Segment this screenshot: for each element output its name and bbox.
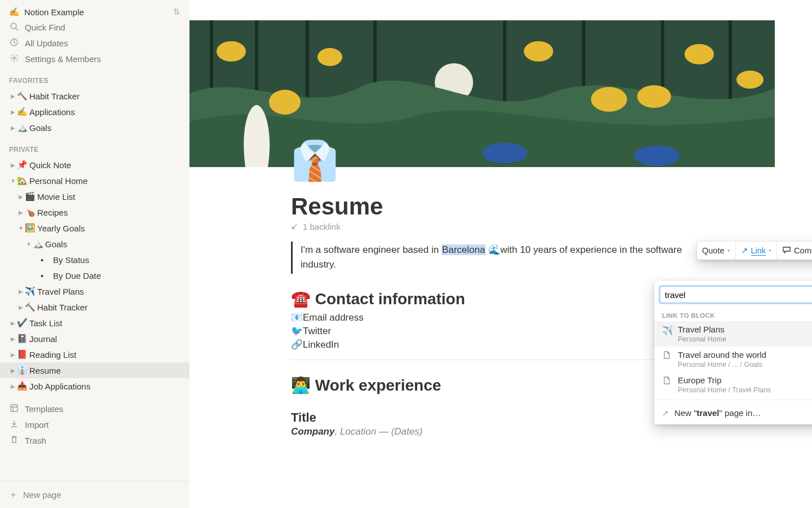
sidebar-item-resume[interactable]: ▶👔Resume <box>0 362 189 378</box>
sidebar-item-label: Yearly Goals <box>37 224 85 233</box>
link-label: Link <box>751 246 766 256</box>
page-emoji-icon: 🔨 <box>17 91 29 101</box>
page-icon[interactable]: 👔 <box>291 141 767 179</box>
chevron-right-icon[interactable]: ▶ <box>9 125 17 131</box>
chevron-right-icon[interactable]: ▶ <box>17 304 25 310</box>
page-emoji-icon: ✈️ <box>25 286 37 296</box>
chevron-right-icon[interactable]: ▶ <box>9 383 17 389</box>
chevron-right-icon[interactable]: ▶ <box>9 93 17 99</box>
new-page-in-option[interactable]: ↗ New "travel" page in… <box>654 402 812 424</box>
link-result-travel-around-the-world[interactable]: Travel around the worldPersonal Home / .… <box>654 347 812 372</box>
result-breadcrumb: Personal Home <box>678 335 726 343</box>
chevron-right-icon[interactable]: ▶ <box>9 162 17 168</box>
link-result-europe-trip[interactable]: Europe TripPersonal Home / Travel Plans <box>654 372 812 397</box>
sidebar-item-travel-plans[interactable]: ▶✈️Travel Plans <box>0 283 189 299</box>
plus-icon: ＋ <box>9 489 17 500</box>
link-search-input[interactable] <box>660 286 812 303</box>
settings-members[interactable]: Settings & Members <box>0 51 189 67</box>
svg-point-10 <box>524 41 553 62</box>
backlinks-label: 1 backlink <box>303 222 341 231</box>
job-company: Company <box>291 426 334 437</box>
sidebar-item-label: Travel Plans <box>37 287 84 296</box>
page-emoji-icon: 🔨 <box>25 302 37 312</box>
sidebar-item-job-applications[interactable]: ▶📥Job Applications <box>0 378 189 394</box>
sidebar-item-quick-note[interactable]: ▶📌Quick Note <box>0 157 189 173</box>
chevron-down-icon[interactable]: ▼ <box>9 178 17 184</box>
sidebar-item-applications[interactable]: ▶✍️Applications <box>0 104 189 120</box>
sidebar-item-habit-tracker[interactable]: ▶🔨Habit Tracker <box>0 88 189 104</box>
page-emoji-icon: 📓 <box>17 334 29 344</box>
chevron-right-icon[interactable]: ▶ <box>17 288 25 295</box>
svg-point-13 <box>685 44 714 64</box>
svg-point-0 <box>11 23 16 29</box>
intro-quote-block[interactable]: I'm a software engineer based in Barcelo… <box>291 242 697 274</box>
page-emoji-icon: 🖼️ <box>25 223 37 233</box>
page-emoji-icon: • <box>41 255 53 265</box>
svg-point-12 <box>637 85 671 108</box>
job-meta[interactable]: Company, Location — (Dates) <box>291 426 767 437</box>
chevron-right-icon[interactable]: ▶ <box>9 352 17 358</box>
chevron-right-icon[interactable]: ▶ <box>17 209 25 216</box>
main-content: 👔 Resume ↙ 1 backlink I'm a software eng… <box>189 0 812 508</box>
chevron-right-icon[interactable]: ▶ <box>9 109 17 115</box>
chevron-right-icon[interactable]: ▶ <box>17 194 25 200</box>
block-type-dropdown[interactable]: Quote ▾ <box>697 242 736 260</box>
chevron-right-icon[interactable]: ▶ <box>9 336 17 342</box>
link-button[interactable]: ↗ Link ▾ <box>736 242 778 260</box>
sidebar-item-personal-home[interactable]: ▼🏡Personal Home <box>0 173 189 189</box>
trash-button[interactable]: Trash <box>0 432 189 448</box>
sidebar-item-label: Goals <box>29 123 51 133</box>
sidebar-item-label: Reading List <box>29 350 76 360</box>
sidebar-item-habit-tracker[interactable]: ▶🔨Habit Tracker <box>0 299 189 315</box>
page-emoji-icon: 🍗 <box>25 207 37 217</box>
sidebar-item-movie-list[interactable]: ▶🎬Movie List <box>0 189 189 204</box>
contact-label: Email address <box>303 312 364 323</box>
workspace-switcher[interactable]: ✍️ Notion Example ⇅ <box>0 0 189 19</box>
block-type-label: Quote <box>702 246 725 255</box>
import-button[interactable]: Import <box>0 417 189 432</box>
all-updates[interactable]: All Updates <box>0 35 189 51</box>
sidebar-item-goals[interactable]: ▶🏔️Goals <box>0 120 189 135</box>
chevron-updown-icon: ⇅ <box>173 7 180 17</box>
sidebar-item-label: Task List <box>29 318 62 328</box>
sidebar-item-by-status[interactable]: •By Status <box>0 252 189 268</box>
sidebar-item-label: Resume <box>29 366 61 375</box>
sidebar-item-task-list[interactable]: ▶✔️Task List <box>0 315 189 331</box>
templates-button[interactable]: Templates <box>0 401 189 417</box>
search-icon <box>9 22 19 33</box>
page-title[interactable]: Resume <box>291 193 767 220</box>
svg-point-3 <box>13 57 15 59</box>
new-page-button[interactable]: ＋ New page <box>0 481 189 508</box>
quick-find[interactable]: Quick Find <box>0 19 189 35</box>
clock-icon <box>9 38 19 49</box>
sidebar-item-label: Goals <box>45 239 67 249</box>
backlinks-button[interactable]: ↙ 1 backlink <box>291 221 767 231</box>
wave-emoji-icon: 🌊 <box>486 244 500 255</box>
page-emoji-icon: 👔 <box>17 365 29 375</box>
chevron-down-icon[interactable]: ▼ <box>25 241 33 247</box>
link-result-travel-plans[interactable]: ✈️Travel PlansPersonal Home <box>654 321 812 347</box>
chevron-down-icon[interactable]: ▼ <box>17 225 25 231</box>
page-emoji-icon: 🎬 <box>25 191 37 202</box>
sidebar-item-journal[interactable]: ▶📓Journal <box>0 331 189 347</box>
sidebar-item-reading-list[interactable]: ▶📕Reading List <box>0 347 189 362</box>
sidebar-item-by-due-date[interactable]: •By Due Date <box>0 268 189 283</box>
comment-button[interactable]: Comment <box>777 242 812 260</box>
page-emoji-icon: 🏔️ <box>33 239 45 249</box>
work-heading-text: Work experience <box>311 376 441 394</box>
contact-icon: 🔗 <box>291 339 303 350</box>
quick-find-label: Quick Find <box>25 23 65 32</box>
chevron-right-icon[interactable]: ▶ <box>9 320 17 326</box>
svg-point-9 <box>317 48 342 66</box>
all-updates-label: All Updates <box>25 38 68 48</box>
sidebar-item-yearly-goals[interactable]: ▼🖼️Yearly Goals <box>0 220 189 236</box>
chevron-right-icon[interactable]: ▶ <box>9 367 17 374</box>
workspace-icon: ✍️ <box>9 7 20 17</box>
result-breadcrumb: Personal Home / ... / Goals <box>678 361 766 369</box>
sidebar-item-goals[interactable]: ▼🏔️Goals <box>0 236 189 252</box>
chevron-down-icon: ▾ <box>769 248 771 253</box>
divider <box>654 400 812 400</box>
contact-icon: 🐦 <box>291 326 303 336</box>
gear-icon <box>9 54 19 64</box>
sidebar-item-recipes[interactable]: ▶🍗Recipes <box>0 204 189 220</box>
